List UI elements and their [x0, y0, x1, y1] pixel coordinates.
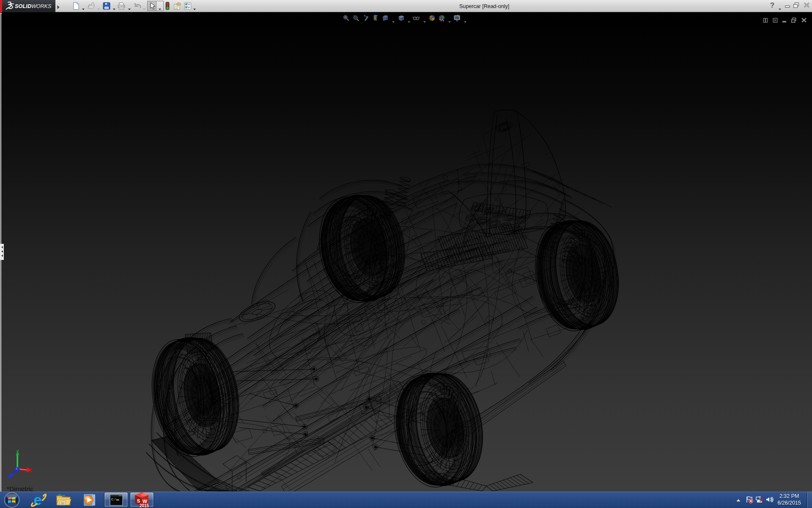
svg-text:S: S	[137, 498, 140, 503]
svg-text:?: ?	[770, 1, 774, 9]
svg-text:C:\: C:\	[111, 498, 117, 501]
svg-text:2015: 2015	[140, 503, 149, 508]
